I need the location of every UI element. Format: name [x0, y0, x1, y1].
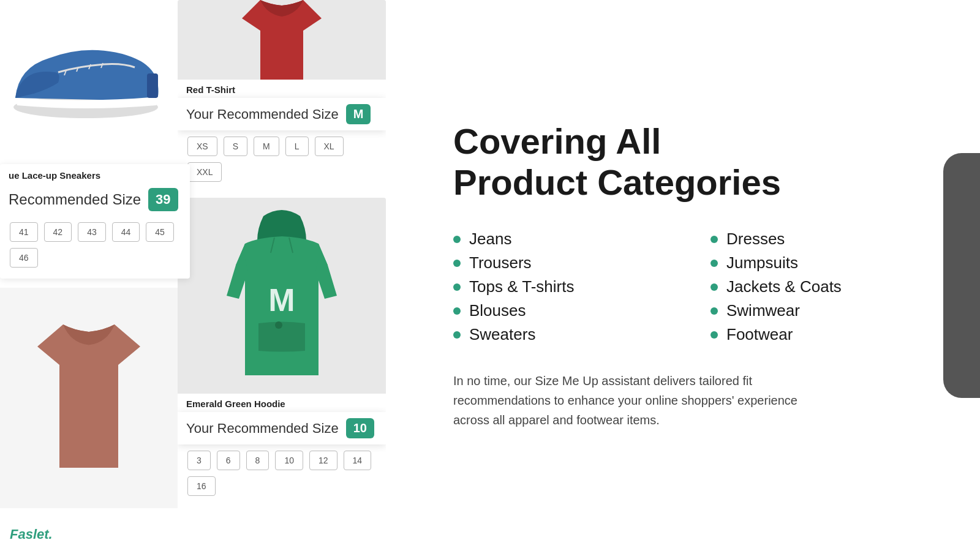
size-btn-42[interactable]: 42	[44, 222, 72, 242]
size-12[interactable]: 12	[309, 451, 337, 470]
red-tshirt-card: Red T-Shirt Your Recommended Size M XS S…	[178, 0, 386, 188]
right-panel: Covering All Product Categories Jeans Tr…	[404, 0, 980, 551]
size-14[interactable]: 14	[344, 451, 372, 470]
category-trousers: Trousers	[453, 251, 674, 275]
bullet-icon	[710, 260, 718, 267]
bullet-icon	[453, 283, 461, 291]
size-btn-46[interactable]: 46	[10, 248, 38, 268]
size-btn-41[interactable]: 41	[10, 222, 38, 242]
categories-right-col: Dresses Jumpsuits Jackets & Coats Swimwe…	[710, 227, 931, 347]
hoodie-image: M	[178, 198, 386, 394]
bullet-icon	[710, 236, 718, 243]
bullet-icon	[710, 283, 718, 291]
right-edge-decoration	[943, 153, 980, 398]
category-jackets: Jackets & Coats	[710, 275, 931, 299]
svg-point-7	[275, 321, 282, 329]
categories-grid: Jeans Trousers Tops & T-shirts Blouses S…	[453, 227, 931, 347]
bullet-icon	[453, 307, 461, 315]
hoodie-size-value: 10	[346, 418, 374, 438]
size-3[interactable]: 3	[187, 451, 211, 470]
description-text: In no time, our Size Me Up assistant del…	[453, 371, 809, 430]
red-tshirt-image	[178, 0, 386, 80]
categories-left-col: Jeans Trousers Tops & T-shirts Blouses S…	[453, 227, 674, 347]
brown-tshirt-image	[0, 288, 178, 508]
sneaker-recommended-label: Recommended Size	[9, 191, 141, 208]
category-jeans: Jeans	[453, 227, 674, 251]
size-16[interactable]: 16	[187, 476, 216, 496]
hoodie-sizes: 3 6 8 10 12 14 16	[178, 444, 386, 502]
size-xl[interactable]: XL	[315, 137, 344, 156]
size-btn-44[interactable]: 44	[112, 222, 140, 242]
category-sweaters: Sweaters	[453, 323, 674, 347]
tshirt-title: Red T-Shirt	[178, 80, 386, 98]
left-panel: ue Lace-up Sneakers Recommended Size 39 …	[0, 0, 404, 551]
hoodie-card: M Emerald Green Hoodie Your Recommended …	[178, 198, 386, 502]
tshirt-sizes: XS S M L XL XXL	[178, 130, 386, 188]
size-8[interactable]: 8	[246, 451, 270, 470]
sneaker-card: ue Lace-up Sneakers Recommended Size 39 …	[0, 164, 190, 279]
hoodie-recommended-badge: Your Recommended Size 10	[178, 412, 386, 444]
sneaker-size-value: 39	[148, 188, 178, 211]
main-heading: Covering All Product Categories	[453, 121, 931, 203]
category-blouses: Blouses	[453, 299, 674, 323]
sneaker-badge: Recommended Size 39	[0, 183, 190, 216]
size-l[interactable]: L	[285, 137, 309, 156]
products-column: Red T-Shirt Your Recommended Size M XS S…	[178, 0, 386, 502]
hoodie-recommended-label: Your Recommended Size	[186, 421, 339, 437]
size-xxl[interactable]: XXL	[187, 162, 222, 182]
svg-rect-5	[147, 73, 158, 98]
category-dresses: Dresses	[710, 227, 931, 251]
sneaker-sizes: 41 42 43 44 45 46	[0, 216, 190, 274]
sneaker-title: ue Lace-up Sneakers	[0, 169, 190, 183]
size-m[interactable]: M	[254, 137, 279, 156]
category-footwear: Footwear	[710, 323, 931, 347]
category-tops: Tops & T-shirts	[453, 275, 674, 299]
hoodie-title-area: Emerald Green Hoodie	[178, 394, 386, 412]
tshirt-recommended-label: Your Recommended Size	[186, 107, 339, 122]
category-swimwear: Swimwear	[710, 299, 931, 323]
bullet-icon	[710, 307, 718, 315]
bullet-icon	[453, 260, 461, 267]
size-s[interactable]: S	[224, 137, 247, 156]
size-10[interactable]: 10	[275, 451, 303, 470]
logo: Faslet.	[10, 527, 53, 542]
svg-text:M: M	[268, 282, 295, 318]
bullet-icon	[710, 331, 718, 339]
sneaker-image-area	[0, 12, 172, 135]
size-btn-45[interactable]: 45	[146, 222, 174, 242]
size-6[interactable]: 6	[217, 451, 240, 470]
size-btn-43[interactable]: 43	[78, 222, 106, 242]
tshirt-recommended-badge: Your Recommended Size M	[178, 98, 386, 130]
bullet-icon	[453, 331, 461, 339]
category-jumpsuits: Jumpsuits	[710, 251, 931, 275]
size-xs[interactable]: XS	[187, 137, 217, 156]
tshirt-size-value: M	[346, 104, 371, 124]
bullet-icon	[453, 236, 461, 243]
